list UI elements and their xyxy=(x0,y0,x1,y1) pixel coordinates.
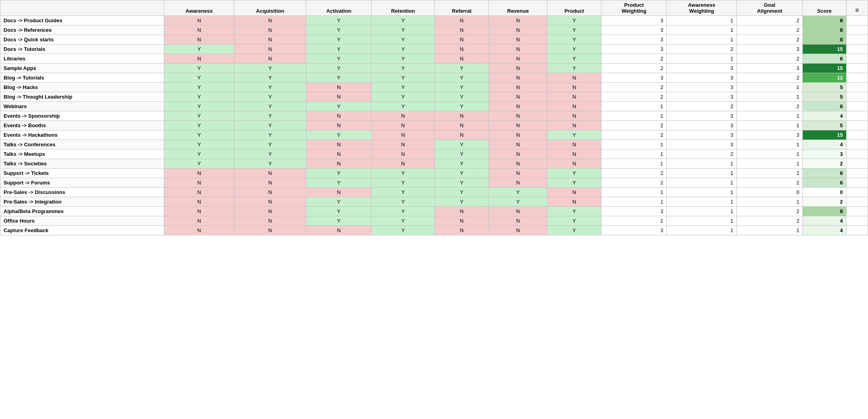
row-cell: Y xyxy=(547,35,601,45)
row-cell: N xyxy=(164,207,234,216)
table-row: Blog -> Thought LeadershipYYNYYNN2315 xyxy=(0,92,868,102)
row-cell: 3 xyxy=(667,121,737,130)
row-cell: Y xyxy=(164,149,234,159)
row-cell: 2 xyxy=(601,54,667,64)
row-cell: 1 xyxy=(601,216,667,226)
row-cell: N xyxy=(434,54,488,64)
row-name: Docs -> Product Guides xyxy=(0,16,164,25)
row-cell: Y xyxy=(306,25,372,35)
row-cell: Y xyxy=(372,64,435,73)
row-cell: 4 xyxy=(803,216,846,226)
row-cell: N xyxy=(234,25,306,35)
row-cell: N xyxy=(489,169,547,178)
row-cell: N xyxy=(489,25,547,35)
row-cell: 8 xyxy=(803,35,846,45)
row-cell: 1 xyxy=(737,140,803,149)
row-name: Pre-Sales -> Discussions xyxy=(0,188,164,197)
row-cell: N xyxy=(234,178,306,188)
row-cell: 1 xyxy=(667,207,737,216)
row-cell: Y xyxy=(234,149,306,159)
row-cell: N xyxy=(434,111,488,121)
row-name: Docs -> References xyxy=(0,25,164,35)
row-cell: 3 xyxy=(601,35,667,45)
row-cell: N xyxy=(547,102,601,111)
row-cell: N xyxy=(234,54,306,64)
row-cell: 8 xyxy=(803,207,846,216)
row-name: Docs -> Quick starts xyxy=(0,35,164,45)
row-cell: 2 xyxy=(601,169,667,178)
row-cell: N xyxy=(489,102,547,111)
row-cell xyxy=(846,111,868,121)
row-cell: Y xyxy=(372,226,435,235)
row-cell: Y xyxy=(489,188,547,197)
row-cell: 1 xyxy=(667,197,737,207)
row-cell: 1 xyxy=(601,140,667,149)
row-cell xyxy=(846,45,868,54)
row-cell: 1 xyxy=(601,188,667,197)
col-header-filter[interactable]: ≡ xyxy=(846,0,868,16)
row-cell: Y xyxy=(306,45,372,54)
row-cell xyxy=(846,226,868,235)
row-cell: Y xyxy=(164,92,234,102)
row-cell: 2 xyxy=(737,207,803,216)
row-cell: Y xyxy=(164,140,234,149)
table-row: Capture FeedbackNNNYNNY3114 xyxy=(0,226,868,235)
row-cell: 5 xyxy=(803,92,846,102)
row-cell: 2 xyxy=(737,54,803,64)
row-cell: 6 xyxy=(803,178,846,188)
row-cell: 3 xyxy=(601,207,667,216)
row-cell: N xyxy=(489,45,547,54)
row-cell: Y xyxy=(434,102,488,111)
row-cell: 3 xyxy=(803,149,846,159)
row-cell: 3 xyxy=(737,64,803,73)
row-name: Docs -> Tutorials xyxy=(0,45,164,54)
row-cell: N xyxy=(434,16,488,25)
col-header-name xyxy=(0,0,164,16)
row-cell: Y xyxy=(372,169,435,178)
row-cell: 2 xyxy=(737,216,803,226)
row-name: Sample Apps xyxy=(0,64,164,73)
row-cell: 1 xyxy=(667,16,737,25)
row-cell: 1 xyxy=(667,35,737,45)
table-row: Docs -> Product GuidesNNYYNNY3128 xyxy=(0,16,868,25)
row-cell: Y xyxy=(306,216,372,226)
table-row: Events -> BoothsYYNNNNN2315 xyxy=(0,121,868,130)
row-cell xyxy=(846,54,868,64)
row-name: Talks -> Meetups xyxy=(0,149,164,159)
col-header-goal-alignment: GoalAlignment xyxy=(737,0,803,16)
row-cell: 3 xyxy=(667,111,737,121)
row-cell: Y xyxy=(234,140,306,149)
row-cell xyxy=(846,140,868,149)
table-row: Docs -> Quick startsNNYYNNY3128 xyxy=(0,35,868,45)
row-cell: 15 xyxy=(803,64,846,73)
row-cell: 1 xyxy=(667,54,737,64)
row-cell: N xyxy=(489,54,547,64)
row-cell: Y xyxy=(306,16,372,25)
row-name: Support -> Forums xyxy=(0,178,164,188)
row-cell: 1 xyxy=(601,159,667,169)
row-cell: N xyxy=(547,92,601,102)
row-name: Alpha/Beta Programmes xyxy=(0,207,164,216)
row-cell: Y xyxy=(234,102,306,111)
row-cell: N xyxy=(306,92,372,102)
row-cell: N xyxy=(547,197,601,207)
table-row: WebinarsYYYYYNN1226 xyxy=(0,102,868,111)
row-cell: Y xyxy=(372,35,435,45)
row-cell xyxy=(846,188,868,197)
row-cell: Y xyxy=(372,83,435,92)
row-cell: 8 xyxy=(803,16,846,25)
row-cell: Y xyxy=(372,207,435,216)
row-cell: Y xyxy=(164,64,234,73)
row-cell: N xyxy=(164,54,234,64)
row-cell: 3 xyxy=(601,45,667,54)
row-cell: 5 xyxy=(803,121,846,130)
row-cell: N xyxy=(489,35,547,45)
row-cell xyxy=(846,64,868,73)
row-cell: Y xyxy=(306,64,372,73)
row-cell: 12 xyxy=(803,73,846,83)
row-cell: Y xyxy=(547,207,601,216)
row-cell: N xyxy=(372,140,435,149)
row-cell: Y xyxy=(434,178,488,188)
row-cell: N xyxy=(547,83,601,92)
row-cell: 2 xyxy=(667,102,737,111)
